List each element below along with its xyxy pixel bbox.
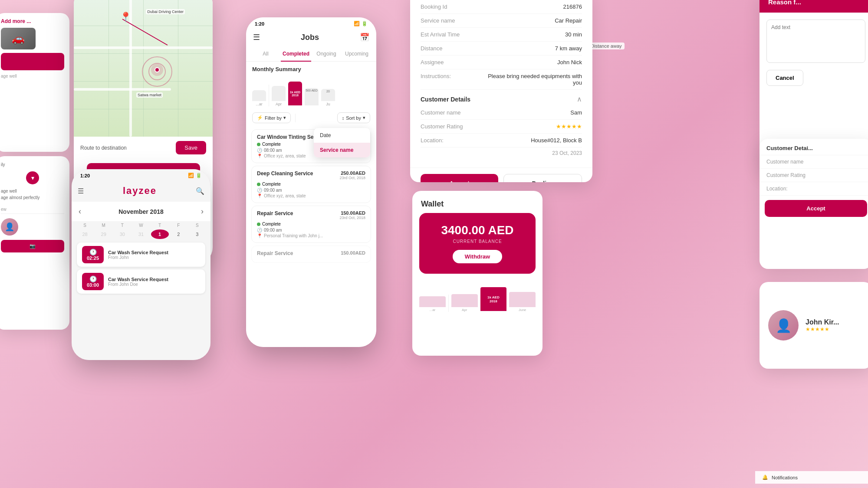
booking-id-value: 216876: [563, 3, 582, 10]
job-1-name: Car Window Tinting Ser...: [257, 134, 319, 140]
bar-3-active: 1k AED 2018: [288, 82, 302, 105]
reason-title: Reason f...: [768, 0, 801, 6]
partial-accept-button[interactable]: Accept: [765, 200, 867, 217]
filter-divider: [295, 114, 296, 122]
job-card-3[interactable]: Repair Service 150.00AED 23rd Oct, 2018 …: [251, 206, 371, 243]
status-icons-cal: 📶 🔋: [188, 173, 202, 178]
wallet-bar-3-bot: 2018: [490, 299, 497, 303]
time-jobs: 1:20: [255, 21, 264, 26]
reason-textarea[interactable]: [766, 20, 865, 63]
calendar-event-1[interactable]: 🕐 02:25 Car Wash Service Request From Jo…: [77, 242, 205, 267]
review-item-1: ily: [1, 161, 64, 168]
sort-option-date[interactable]: Date: [314, 128, 370, 143]
pin-icon-job-2: 📍: [257, 193, 262, 198]
map-range-circle: [142, 56, 172, 87]
bar-label-2: Apr: [276, 102, 282, 106]
map-road: [74, 88, 171, 91]
status-dot-green-2: [257, 183, 260, 186]
cal-day-1[interactable]: 1: [151, 229, 169, 239]
filter-icon: ⚡: [257, 115, 263, 121]
customer-partial-title: Customer Detai...: [760, 139, 868, 155]
wallet-bar-col-1: ...ar: [419, 296, 446, 312]
wallet-bar-col-3: 1k AED 2018: [480, 287, 507, 312]
tab-completed[interactable]: Completed: [281, 46, 311, 61]
customer-details-section: Customer Details ∧: [421, 90, 582, 106]
sort-button[interactable]: ↕ Sort by ▾: [337, 112, 370, 123]
calendar-event-2[interactable]: 🕐 03:00 Car Wash Service Request From Jo…: [77, 269, 205, 294]
pink-block: [1, 53, 64, 70]
accept-button[interactable]: Accept: [421, 174, 498, 182]
filter-chevron-icon: ▾: [283, 115, 286, 121]
next-month-button[interactable]: ›: [201, 207, 204, 216]
reason-body: Cancel: [760, 13, 868, 93]
bar-2: [272, 86, 286, 101]
sort-option-service-name[interactable]: Service name: [314, 143, 370, 157]
calendar-events: 🕐 02:25 Car Wash Service Request From Jo…: [72, 239, 210, 297]
phone-jobs: 1:20 📶 🔋 ☰ Jobs 📅 All Completed Ongoing …: [246, 17, 376, 347]
event-2-sub: From John Doe: [108, 282, 200, 287]
decline-button[interactable]: Decline: [503, 174, 582, 182]
cal-day-28[interactable]: 28: [76, 229, 94, 239]
cal-day-30[interactable]: 30: [113, 229, 131, 239]
wallet-bar-divider: [448, 295, 449, 312]
search-icon-cal[interactable]: 🔍: [196, 187, 204, 195]
wallet-bar-lbl-4: June: [519, 308, 526, 312]
status-icons-jobs: 📶 🔋: [354, 21, 368, 26]
assignee-label: Assignee: [421, 59, 444, 66]
wallet-title: Wallet: [412, 191, 542, 213]
left-top-panel: Add more ... 🚗 age well: [0, 13, 69, 152]
est-arrival-value: 30 min: [565, 31, 582, 38]
withdraw-button[interactable]: Withdraw: [453, 250, 502, 263]
cal-day-2[interactable]: 2: [170, 229, 187, 239]
destination-pin: 📍: [120, 12, 132, 23]
job-1-status-text: Complete: [262, 142, 281, 147]
distance-away-label: Distance away: [588, 43, 625, 49]
location-row: Location: House#012, Block B: [421, 134, 582, 147]
service-name-value: Car Repair: [555, 17, 582, 24]
wifi-icon-cal: 📶: [188, 173, 194, 178]
bar-col-3: 1k AED 2018: [288, 82, 302, 106]
calendar-month-header: ‹ November 2018 ›: [72, 202, 210, 221]
partial-rating-row: Customer Rating: [760, 169, 868, 182]
wallet-bar-1: [419, 296, 446, 307]
service-name-label: Service name: [421, 17, 455, 24]
day-label-w: W: [132, 221, 150, 229]
tab-ongoing[interactable]: Ongoing: [311, 46, 342, 61]
monthly-summary: Monthly Summary ...ar Apr 1k AED 2018: [246, 62, 376, 109]
cal-day-29[interactable]: 29: [95, 229, 112, 239]
hamburger-cal[interactable]: ☰: [78, 187, 84, 195]
cal-day-31[interactable]: 31: [132, 229, 150, 239]
bar-col-5: 20 Ju: [321, 89, 335, 106]
location-label: Location:: [421, 137, 444, 144]
job-card-4: Repair Service 150.00AED: [251, 246, 371, 263]
camera-icon-btn[interactable]: 📷: [1, 240, 64, 252]
prev-month-button[interactable]: ‹: [79, 207, 81, 216]
instructions-row: Instructions: Please bring needed equipm…: [421, 69, 582, 90]
job-card-2[interactable]: Deep Cleaning Service 250.00AED 23rd Oct…: [251, 166, 371, 203]
days-header: S M T W T F S: [72, 221, 210, 229]
assignee-value: John Nick: [557, 59, 582, 66]
tab-all[interactable]: All: [250, 46, 281, 61]
cal-day-3[interactable]: 3: [188, 229, 206, 239]
filter-button[interactable]: ⚡ Filter by ▾: [252, 112, 291, 123]
location-value: House#012, Block B: [531, 137, 582, 144]
hamburger-jobs[interactable]: ☰: [253, 33, 260, 42]
map-road: [74, 46, 213, 49]
summary-title: Monthly Summary: [252, 66, 370, 72]
bar-3-text-bot: 2018: [292, 94, 299, 97]
job-1-time-text: 08:00 am: [264, 148, 282, 153]
profile-name: John Kir...: [806, 318, 839, 326]
calendar-icon-jobs[interactable]: 📅: [360, 33, 369, 42]
reason-cancel-button[interactable]: Cancel: [766, 70, 803, 86]
wifi-icon-jobs: 📶: [354, 21, 360, 26]
pin-icon-job-1: 📍: [257, 154, 262, 158]
clock-icon-1: 🕐: [85, 249, 100, 255]
collapse-icon[interactable]: ∧: [577, 95, 582, 103]
wallet-chart: ...ar Apr 1k AED 2018 June: [412, 274, 542, 317]
tab-upcoming[interactable]: Upcoming: [342, 46, 372, 61]
down-chevron-button[interactable]: ▾: [26, 171, 39, 184]
save-button[interactable]: Save: [176, 141, 206, 154]
left-mid-field-1: ew: [1, 205, 64, 214]
add-more-link[interactable]: Add more ...: [1, 18, 64, 24]
sort-label: Sort by: [346, 115, 361, 121]
